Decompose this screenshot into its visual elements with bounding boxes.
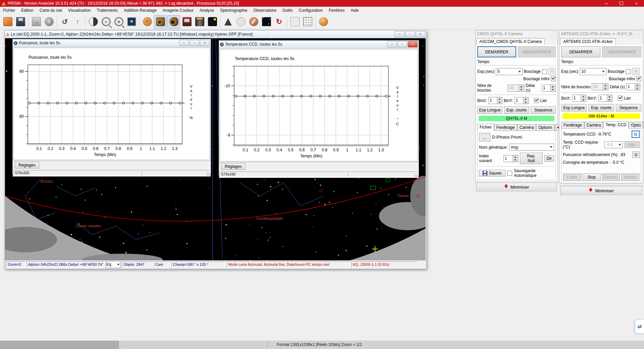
power-settings-button[interactable]: Réglages [15,162,39,168]
frame-select[interactable]: Eq [105,261,121,268]
side-panel-toggle-icon[interactable]: ⇄ [635,319,644,334]
power-maximize-button[interactable]: ▫ [190,40,199,46]
qhy-exposure-select[interactable]: 5 [496,68,523,75]
menu-item-imagerie-couleur[interactable]: Imagerie Couleur [160,7,197,14]
app-minimize-button[interactable]: ─ [599,0,614,7]
temperature-settings-button[interactable]: Réglages [221,163,246,170]
app-close-button[interactable]: × [629,0,644,7]
night-mode-icon[interactable] [206,15,218,28]
app-restore-button[interactable] [614,0,629,7]
tab-cam-ra[interactable]: Caméra [517,124,536,131]
sky-close-button[interactable]: × [416,31,425,37]
resize-grip[interactable] [415,174,418,177]
atik-temp-graph-button[interactable]: G [632,131,640,138]
qhy-sequence-button[interactable]: Sequence [531,106,556,114]
atik-apply-button[interactable]: Appl. [625,141,640,148]
qhy-short-exp-button[interactable]: Exp. courte [504,106,529,114]
focuser-icon[interactable] [194,15,206,28]
menu-item-analyse[interactable]: Analyse [197,7,217,14]
image-preview-icon[interactable] [125,15,138,28]
atik-start-button[interactable]: DEMARRER [561,46,600,57]
dome-icon[interactable] [235,15,247,28]
menu-item-edition[interactable]: Edition [18,7,37,14]
atik-required-temp-select[interactable]: -5.0 [604,141,623,148]
star-field-icon[interactable] [260,15,272,28]
atik-driver-tab[interactable]: ARTEMIS CCD ATIK-414ex [560,38,616,45]
menu-item-outils[interactable]: Outils [279,7,296,14]
resize-grip[interactable] [207,172,210,176]
qhy-generic-name-select[interactable]: Img- [509,144,554,151]
temperature-close-button[interactable]: × [408,41,418,47]
atik-biny-stepper[interactable]: 1 [598,95,612,102]
info-icon[interactable]: i [43,15,55,28]
observatory-icon[interactable] [222,15,234,28]
atik-power-graph-button[interactable]: G [632,151,640,158]
ccd-camera-icon[interactable] [154,15,167,29]
qhy-driver-tab[interactable]: ASCOM_CMOS QHY5L-II Camera [476,38,545,45]
tab-optio[interactable]: Optio [629,122,643,128]
menu-item-aide[interactable]: Aide [348,7,362,14]
qhy-start-button[interactable]: DEMARRER [477,46,516,57]
sky-minimize-button[interactable]: ─ [395,31,405,37]
menu-item-configuration[interactable]: Configuration [296,7,326,14]
power-window-titlebar[interactable]: Puissance, toute les 5s ─ ▫ × [13,39,211,47]
upload-icon[interactable]: ↑ [71,15,84,28]
qhy-binx-stepper[interactable]: 1 [488,97,502,104]
temperature-minimize-button[interactable]: ─ [387,41,397,47]
qhy-browse-button[interactable]: ... [479,133,490,142]
process-gear-icon[interactable] [141,15,153,28]
app-title-bar[interactable]: PRISM - Version Avancée 10.3.51.424 {TU … [0,0,644,7]
atik-loop-infinite-checkbox[interactable] [636,76,641,81]
atik-exposure-select[interactable]: 10 [580,68,606,75]
atik-link-checkbox[interactable] [618,96,623,101]
camcorder-icon[interactable] [181,15,193,28]
qhy-night-dir-button[interactable]: Rep. Nuit [520,153,543,164]
camera-lens-icon[interactable] [167,15,180,29]
close-icon[interactable]: × [636,32,642,37]
planet-icon[interactable] [317,15,329,28]
close-icon[interactable]: × [551,32,556,37]
qhy-loop-infinite-checkbox[interactable] [551,76,556,81]
qhy-long-exp-button[interactable]: Exp Longue [477,106,502,114]
rotate-image-icon[interactable]: ↻ [273,15,285,28]
atik-down-button[interactable]: Descen. [602,173,620,181]
qhy-delay-stepper[interactable]: 1 [542,85,556,92]
menu-item-fichier[interactable]: Fichier [0,7,18,14]
qhy-abort-button[interactable]: ABANDONNER [518,46,556,57]
atik-short-exp-button[interactable]: Exp. courte [588,104,614,111]
temperature-window-titlebar[interactable]: Temperature CCD, toutes les 5s ─ ▫ × [219,41,419,48]
flat-field-icon[interactable] [289,15,301,28]
qhy-dir-button[interactable]: Dir [544,155,554,162]
atik-sequence-button[interactable]: Sequence [616,104,641,111]
contrast-icon[interactable] [87,15,99,28]
power-close-button[interactable]: × [200,40,210,46]
power-minimize-button[interactable]: ─ [179,40,189,46]
qhy-nb-loops-stepper[interactable]: 10 [507,85,524,92]
undo-icon[interactable]: ↺ [59,15,71,28]
zoom-in-icon[interactable]: + [113,15,125,28]
menu-item-visualisation[interactable]: Visualisation [65,7,94,14]
qhy-link-checkbox[interactable] [534,98,539,103]
menu-item-spectrographie[interactable]: Spectrographie [217,7,250,14]
qhy-save-button[interactable]: Sauver [479,170,505,177]
temperature-maximize-button[interactable]: ▫ [397,41,407,47]
tab-options[interactable]: Options [536,124,554,131]
open-image-icon[interactable] [2,15,14,28]
save-icon[interactable] [14,15,26,28]
atik-stop-loop-button[interactable]: × [632,68,640,75]
atik-nb-loops-stepper[interactable]: 10 [592,83,608,90]
atik-abort-button[interactable]: ABANDONNER [602,46,641,57]
atik-up-button[interactable]: Monter [621,173,639,181]
atik-edit-button[interactable]: Editer [563,173,581,181]
atik-delay-stepper[interactable]: 1 [626,83,640,90]
grid-icon[interactable] [302,15,314,28]
menu-item-fen-tres[interactable]: Fenêtres [326,7,347,14]
tab-fen-trage[interactable]: Fenêtrage [494,124,517,131]
qhy-autosave-checkbox[interactable] [507,171,512,176]
menu-item-observatoire[interactable]: Observatoire [250,7,279,14]
qhy-loop-checkbox[interactable] [542,69,547,74]
qhy-biny-stepper[interactable]: 1 [515,97,529,104]
atik-binx-stepper[interactable]: 1 [572,95,586,102]
sky-maximize-button[interactable]: ▫ [405,31,415,37]
menu-item-carte-du-ciel[interactable]: Carte du ciel [37,7,65,14]
